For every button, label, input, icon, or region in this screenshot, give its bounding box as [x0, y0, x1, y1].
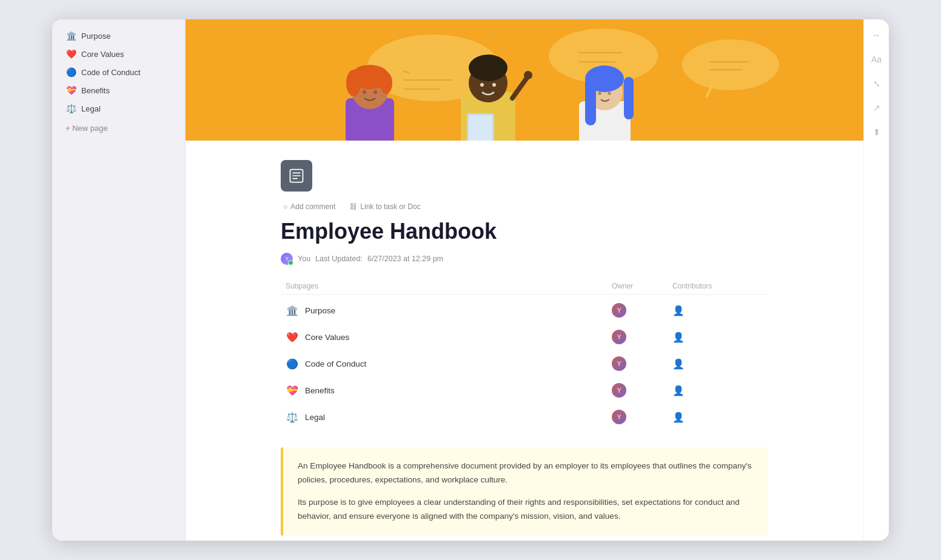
add-comment-button[interactable]: ○ Add comment: [281, 201, 338, 212]
contributor-placeholder-icon: 👤: [672, 358, 685, 370]
author-name: You: [298, 255, 310, 263]
legal-contributors: 👤: [672, 412, 763, 423]
legal-icon: ⚖️: [65, 104, 76, 113]
upload-icon[interactable]: ⬆: [868, 124, 885, 141]
link-task-button[interactable]: ⛓ Link to task or Doc: [347, 201, 423, 212]
hero-banner: [186, 19, 863, 141]
doc-actions: ○ Add comment ⛓ Link to task or Doc: [281, 201, 768, 212]
new-page-button[interactable]: + New page: [56, 120, 181, 136]
benefits-icon: 💝: [65, 85, 76, 95]
svg-point-9: [682, 39, 779, 90]
legal-label: Legal: [305, 413, 325, 422]
author-avatar: Y: [281, 253, 293, 265]
conduct-owner-avatar: Y: [612, 356, 626, 371]
purpose-owner-avatar: Y: [612, 303, 626, 318]
sidebar-item-label: Purpose: [81, 32, 110, 41]
subpage-row-purpose[interactable]: 🏛️ Purpose Y 👤: [281, 297, 768, 324]
subpage-row-core-values[interactable]: ❤️ Core Values Y 👤: [281, 324, 768, 350]
subpage-name-purpose: 🏛️ Purpose: [286, 305, 612, 316]
svg-point-16: [346, 70, 361, 96]
purpose-subpage-icon: 🏛️: [286, 305, 299, 316]
quote-paragraph-1: An Employee Handbook is a comprehensive …: [298, 459, 754, 487]
purpose-owner: Y: [612, 303, 672, 318]
fullscreen-icon[interactable]: ⤡: [868, 75, 885, 92]
last-updated-date: 6/27/2023 at 12:29 pm: [367, 255, 443, 263]
legal-owner: Y: [612, 410, 672, 424]
sidebar-item-code-of-conduct[interactable]: 🔵 Code of Conduct: [56, 64, 181, 81]
svg-line-25: [512, 77, 527, 98]
subpage-row-conduct[interactable]: 🔵 Code of Conduct Y 👤: [281, 350, 768, 377]
subpage-name-legal: ⚖️ Legal: [286, 412, 612, 423]
core-values-owner: Y: [612, 330, 672, 344]
sidebar: 🏛️ Purpose ❤️ Core Values 🔵 Code of Cond…: [52, 19, 186, 541]
legal-owner-avatar: Y: [612, 410, 626, 424]
add-comment-label: Add comment: [290, 202, 335, 211]
svg-rect-32: [585, 77, 596, 125]
font-size-icon[interactable]: Aa: [868, 51, 885, 68]
purpose-label: Purpose: [305, 306, 335, 315]
svg-rect-28: [469, 115, 492, 141]
benefits-label: Benefits: [305, 386, 335, 395]
svg-point-24: [492, 83, 496, 87]
purpose-contributors: 👤: [672, 305, 763, 316]
link-task-label: Link to task or Doc: [360, 202, 420, 211]
contributor-placeholder-icon: 👤: [672, 412, 685, 423]
comment-icon: ○: [283, 202, 287, 211]
sidebar-item-core-values[interactable]: ❤️ Core Values: [56, 45, 181, 62]
subpage-name-conduct: 🔵 Code of Conduct: [286, 358, 612, 370]
col-subpages: Subpages: [286, 282, 612, 290]
doc-meta: Y You Last Updated: 6/27/2023 at 12:29 p…: [281, 253, 768, 265]
right-sidebar: ↔ Aa ⤡ ↗ ⬆: [863, 19, 889, 541]
subpage-name-core-values: ❤️ Core Values: [286, 332, 612, 343]
conduct-owner: Y: [612, 356, 672, 371]
quote-block: An Employee Handbook is a comprehensive …: [281, 447, 768, 536]
col-owner: Owner: [612, 282, 672, 290]
svg-point-18: [363, 90, 366, 94]
contributor-placeholder-icon: 👤: [672, 305, 685, 316]
sidebar-item-legal[interactable]: ⚖️ Legal: [56, 100, 181, 117]
svg-point-35: [608, 92, 611, 95]
contributor-placeholder-icon: 👤: [672, 385, 685, 396]
doc-icon: [281, 160, 312, 192]
sidebar-item-label: Code of Conduct: [81, 68, 141, 77]
benefits-owner-avatar: Y: [612, 383, 626, 398]
svg-point-23: [480, 83, 484, 87]
share-icon[interactable]: ↗: [868, 99, 885, 116]
core-values-contributors: 👤: [672, 332, 763, 343]
hero-illustration: [186, 19, 863, 141]
subpages-section: Subpages Owner Contributors 🏛️ Purpose Y…: [281, 282, 768, 430]
subpage-row-benefits[interactable]: 💝 Benefits Y 👤: [281, 377, 768, 404]
new-page-label: + New page: [65, 124, 108, 133]
sidebar-item-label: Benefits: [81, 86, 110, 95]
svg-point-17: [380, 72, 392, 94]
contributor-placeholder-icon: 👤: [672, 332, 685, 343]
sidebar-item-benefits[interactable]: 💝 Benefits: [56, 82, 181, 99]
expand-icon[interactable]: ↔: [868, 27, 885, 44]
conduct-subpage-icon: 🔵: [286, 358, 299, 370]
svg-point-19: [373, 90, 377, 94]
conduct-contributors: 👤: [672, 358, 763, 370]
conduct-label: Code of Conduct: [305, 359, 366, 368]
subpage-name-benefits: 💝 Benefits: [286, 385, 612, 396]
benefits-subpage-icon: 💝: [286, 385, 299, 396]
svg-point-34: [598, 92, 601, 95]
svg-point-22: [469, 55, 507, 81]
core-values-owner-avatar: Y: [612, 330, 626, 344]
sidebar-item-label: Core Values: [81, 50, 124, 59]
core-values-icon: ❤️: [65, 49, 76, 59]
legal-subpage-icon: ⚖️: [286, 412, 299, 423]
benefits-owner: Y: [612, 383, 672, 398]
purpose-icon: 🏛️: [65, 31, 76, 41]
page-title: Employee Handbook: [281, 218, 768, 244]
subpage-row-legal[interactable]: ⚖️ Legal Y 👤: [281, 404, 768, 430]
core-values-subpage-icon: ❤️: [286, 332, 299, 343]
svg-point-26: [524, 71, 532, 79]
doc-content-area: ○ Add comment ⛓ Link to task or Doc Empl…: [252, 141, 797, 541]
benefits-contributors: 👤: [672, 385, 763, 396]
main-content: ○ Add comment ⛓ Link to task or Doc Empl…: [186, 19, 863, 541]
quote-paragraph-2: Its purpose is to give employees a clear…: [298, 496, 754, 524]
sidebar-item-label: Legal: [81, 104, 101, 113]
col-contributors: Contributors: [672, 282, 763, 290]
core-values-label: Core Values: [305, 333, 349, 342]
sidebar-item-purpose[interactable]: 🏛️ Purpose: [56, 27, 181, 44]
